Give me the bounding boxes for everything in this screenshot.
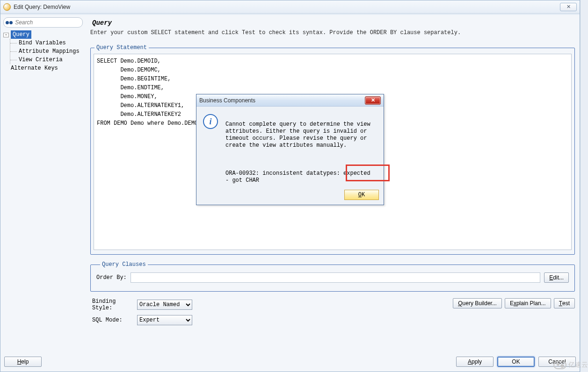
window: Edit Query: DemoView ✕ -Query Bind Varia… <box>0 0 580 372</box>
order-by-input[interactable] <box>131 272 540 283</box>
binoculars-icon <box>6 19 12 26</box>
help-button[interactable]: Help <box>4 357 42 367</box>
query-statement-legend: Query Statement <box>94 44 149 51</box>
explain-plan-button[interactable]: Explain Plan... <box>505 298 551 308</box>
watermark: 亿速云 <box>553 361 588 369</box>
window-title: Edit Query: DemoView <box>14 4 70 10</box>
tree-node-bind-variables[interactable]: Bind Variables <box>10 39 83 47</box>
dialog-body: i Cannot complete query to determine the… <box>196 107 384 187</box>
sql-mode-label: SQL Mode: <box>92 317 133 323</box>
page-title: Query <box>92 19 575 27</box>
tree-node-attribute-mappings[interactable]: Attribute Mappings <box>10 47 83 56</box>
query-builder-button[interactable]: Query Builder... <box>453 298 502 308</box>
watermark-icon <box>553 361 566 369</box>
binding-style-row: Binding Style: Oracle Named <box>92 298 192 311</box>
dialog-titlebar: Business Components ✕ <box>196 94 384 107</box>
search-box[interactable] <box>3 17 83 28</box>
edit-button[interactable]: Edit... <box>544 272 569 283</box>
background-edge <box>580 0 588 372</box>
tree-children: Bind Variables Attribute Mappings View C… <box>10 39 83 64</box>
ok-button[interactable]: OK <box>497 357 535 367</box>
query-clauses-fieldset: Query Clauses Order By: Edit... <box>90 261 575 292</box>
tree-label-query: Query <box>11 30 31 39</box>
tree-label: Bind Variables <box>19 40 66 46</box>
query-clauses-legend: Query Clauses <box>100 261 148 268</box>
dialog-message-main: Cannot complete query to determine the v… <box>225 121 370 149</box>
error-dialog: Business Components ✕ i Cannot complete … <box>196 94 384 205</box>
tree-node-query[interactable]: -Query Bind Variables Attribute Mappings… <box>3 30 83 64</box>
tree-node-view-criteria[interactable]: View Criteria <box>10 56 83 64</box>
dialog-title: Business Components <box>199 97 255 104</box>
nav-tree: -Query Bind Variables Attribute Mappings… <box>3 30 83 72</box>
app-icon <box>3 3 11 11</box>
sidebar: -Query Bind Variables Attribute Mappings… <box>0 14 86 350</box>
titlebar: Edit Query: DemoView ✕ <box>0 0 580 14</box>
order-by-label: Order By: <box>96 274 127 281</box>
watermark-text: 亿速云 <box>568 361 588 369</box>
apply-button[interactable]: Apply <box>456 357 494 367</box>
tree-label: Alternate Keys <box>11 65 58 72</box>
dialog-close-button[interactable]: ✕ <box>365 96 381 105</box>
binding-style-label: Binding Style: <box>92 298 133 311</box>
tree-label: Attribute Mappings <box>19 48 80 55</box>
dialog-ok-button[interactable]: OK <box>344 190 379 200</box>
test-button[interactable]: Test <box>554 298 575 308</box>
close-icon: ✕ <box>566 4 571 10</box>
bottom-bar: Help Apply OK Cancel <box>4 357 576 367</box>
order-by-row: Order By: Edit... <box>96 272 569 283</box>
sql-mode-row: SQL Mode: Expert <box>92 315 192 325</box>
tree-node-alternate-keys[interactable]: Alternate Keys <box>3 64 83 72</box>
close-icon: ✕ <box>371 97 375 103</box>
lower-controls: Binding Style: Oracle Named SQL Mode: Ex… <box>90 298 575 325</box>
info-icon: i <box>203 114 218 129</box>
search-input[interactable] <box>14 19 80 26</box>
tree-label: View Criteria <box>19 57 63 63</box>
dialog-message: Cannot complete query to determine the v… <box>225 114 377 184</box>
binding-style-select[interactable]: Oracle Named <box>137 300 192 310</box>
window-close-button[interactable]: ✕ <box>560 3 577 11</box>
dialog-message-error: ORA-00932: inconsistent datatypes: expec… <box>225 170 370 184</box>
dialog-button-row: OK <box>196 187 384 205</box>
collapse-icon[interactable]: - <box>3 33 9 37</box>
instruction-text: Enter your custom SELECT statement and c… <box>90 29 575 36</box>
sql-mode-select[interactable]: Expert <box>137 315 192 325</box>
